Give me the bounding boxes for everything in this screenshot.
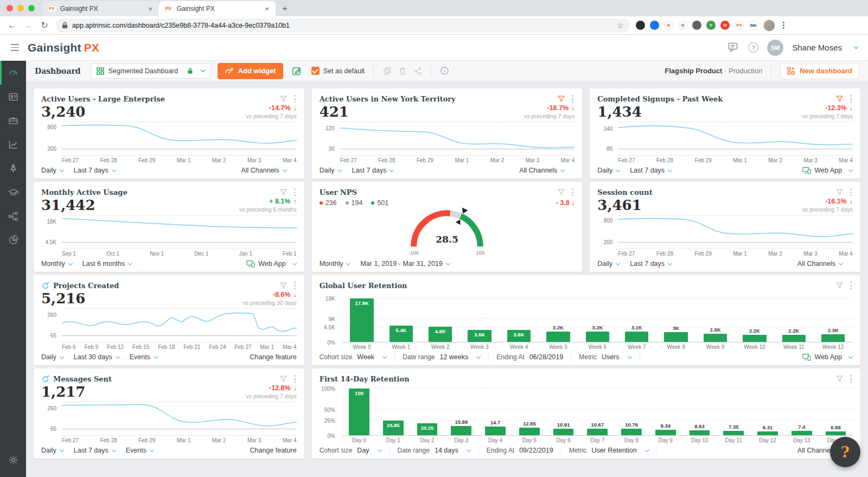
mar-1-2019-mar-31-2019-dropdown[interactable]: Mar 1, 2019 - Mar 31, 2019 (360, 260, 450, 268)
extension-icon[interactable] (650, 21, 659, 30)
sidebar-item-audience[interactable] (0, 85, 26, 109)
extension-icon[interactable] (636, 21, 645, 30)
sidebar-item-knowledge-center[interactable] (0, 180, 26, 204)
window-zoom-button[interactable] (28, 5, 35, 11)
share-icon[interactable] (413, 67, 422, 75)
filter-icon[interactable] (835, 375, 844, 383)
bookmark-star-icon[interactable]: ☆ (617, 21, 624, 30)
web-app-dropdown[interactable]: Web App (802, 353, 853, 361)
daily-dropdown[interactable]: Daily (41, 167, 64, 174)
kebab-menu-icon[interactable] (571, 94, 575, 104)
sidebar-item-engagements[interactable] (0, 156, 26, 180)
delete-icon[interactable] (398, 66, 407, 75)
filter-icon[interactable] (557, 188, 565, 196)
user-name[interactable]: Shane Moses (792, 43, 842, 52)
sidebar-item-accounts[interactable] (0, 109, 26, 132)
last-7-days-dropdown[interactable]: Last 7 days (352, 167, 394, 174)
filter-icon[interactable] (279, 282, 288, 290)
sidebar-item-settings[interactable] (0, 448, 26, 472)
filter-icon[interactable] (557, 95, 565, 103)
last-30-days-dropdown[interactable]: Last 30 days (74, 353, 120, 361)
last-6-months-dropdown[interactable]: Last 6 months (82, 260, 133, 268)
add-widget-button[interactable]: Add widget (218, 63, 283, 79)
new-tab-button[interactable]: + (276, 3, 294, 16)
extension-icon[interactable]: O (678, 21, 687, 30)
window-close-button[interactable] (7, 5, 13, 11)
kebab-menu-icon[interactable] (849, 374, 853, 384)
kebab-menu-icon[interactable] (293, 187, 297, 197)
help-icon[interactable]: ? (748, 42, 758, 53)
duplicate-icon[interactable] (382, 66, 392, 75)
user-avatar[interactable]: SM (767, 40, 783, 56)
date-range-control[interactable]: Date range14 days (398, 447, 479, 454)
monthly-dropdown[interactable]: Monthly (41, 260, 73, 268)
forward-icon[interactable]: → (23, 21, 34, 30)
filter-icon[interactable] (835, 282, 844, 290)
monthly-dropdown[interactable]: Monthly (320, 260, 351, 268)
kebab-menu-icon[interactable] (293, 374, 297, 384)
daily-dropdown[interactable]: Daily (41, 447, 64, 454)
hamburger-menu-icon[interactable] (10, 42, 20, 53)
extension-icon[interactable] (692, 21, 701, 30)
product-context[interactable]: Flagship Product · Production (665, 67, 762, 75)
web-app-dropdown[interactable]: Web App (246, 260, 297, 268)
extension-icon[interactable]: S (664, 21, 673, 30)
edit-dashboard-button[interactable] (290, 63, 305, 79)
date-range-control[interactable]: Date range12 weeks (403, 353, 489, 361)
last-7-days-dropdown[interactable]: Last 7 days (630, 167, 672, 174)
sidebar-item-product-mapper[interactable] (0, 204, 26, 228)
cohort-size-control[interactable]: Cohort sizeWeek (320, 353, 395, 361)
change-feature-link[interactable]: Change feature (250, 447, 296, 454)
checkbox-checked-icon[interactable] (311, 67, 320, 75)
extension-icon[interactable]: O (720, 21, 730, 30)
set-as-default-option[interactable]: Set as default (311, 67, 365, 75)
all-channels-dropdown[interactable]: All Channels (797, 260, 843, 268)
tab-close-icon[interactable]: × (264, 5, 270, 13)
sidebar-item-dashboard[interactable] (0, 61, 26, 85)
filter-icon[interactable] (279, 95, 288, 103)
kebab-menu-icon[interactable] (571, 187, 575, 197)
daily-dropdown[interactable]: Daily (597, 167, 620, 174)
filter-icon[interactable] (279, 188, 288, 196)
user-menu-chevron-icon[interactable] (854, 44, 858, 49)
sidebar-item-analytics[interactable] (0, 132, 26, 156)
back-icon[interactable]: ← (7, 21, 17, 30)
info-icon[interactable] (440, 66, 449, 75)
feedback-chat-icon[interactable] (728, 42, 739, 53)
events-dropdown[interactable]: Events (130, 353, 158, 361)
help-fab[interactable]: ? (830, 437, 860, 467)
kebab-menu-icon[interactable] (849, 94, 853, 104)
new-dashboard-button[interactable]: New dashboard (780, 63, 859, 79)
filter-icon[interactable] (835, 188, 844, 196)
window-minimize-button[interactable] (17, 5, 24, 11)
kebab-menu-icon[interactable] (849, 281, 853, 290)
daily-dropdown[interactable]: Daily (597, 260, 620, 268)
metric-control[interactable]: MetricUsers (579, 353, 640, 361)
browser-tab-1[interactable]: PX Gainsight PX × (42, 1, 159, 16)
reload-icon[interactable]: ↻ (39, 20, 50, 30)
tab-close-icon[interactable]: × (147, 5, 154, 13)
dashboard-selector[interactable]: Segmented Dashboard (91, 63, 211, 79)
filter-icon[interactable] (835, 95, 844, 103)
extension-icon[interactable]: bw (749, 21, 758, 30)
events-dropdown[interactable]: Events (126, 447, 154, 454)
last-7-days-dropdown[interactable]: Last 7 days (74, 167, 116, 174)
browser-menu-icon[interactable] (781, 22, 787, 29)
browser-profile-avatar[interactable] (763, 20, 775, 31)
last-7-days-dropdown[interactable]: Last 7 days (630, 260, 672, 268)
last-7-days-dropdown[interactable]: Last 7 days (74, 447, 116, 454)
web-app-dropdown[interactable]: Web App (802, 167, 853, 174)
kebab-menu-icon[interactable] (849, 187, 853, 197)
sidebar-item-reports[interactable] (0, 228, 26, 252)
filter-icon[interactable] (279, 375, 288, 383)
browser-tab-2[interactable]: PX Gainsight PX × (159, 1, 276, 16)
url-field[interactable]: app.aptrinsic.com/dashboard/c235e9b8-377… (55, 18, 630, 33)
ending-at-control[interactable]: Ending At06/28/2019 (496, 353, 571, 361)
kebab-menu-icon[interactable] (293, 281, 297, 290)
change-feature-link[interactable]: Change feature (250, 353, 296, 361)
ending-at-control[interactable]: Ending At09/22/2019 (487, 447, 561, 454)
extension-icon[interactable]: Y (706, 21, 716, 30)
kebab-menu-icon[interactable] (293, 94, 297, 104)
cohort-size-control[interactable]: Cohort sizeDay (320, 447, 390, 454)
all-channels-dropdown[interactable]: All Channels (241, 167, 286, 174)
